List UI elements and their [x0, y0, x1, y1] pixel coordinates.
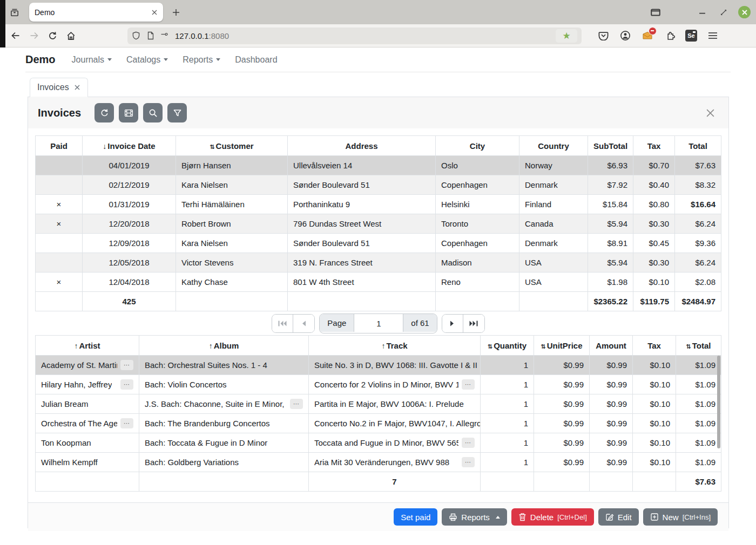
- invoice-row[interactable]: 04/01/2019Bjørn HansenUllevålsveien 14Os…: [36, 156, 721, 175]
- tab-invoices[interactable]: Invoices: [30, 78, 88, 97]
- cell-total: $1.09: [676, 453, 721, 472]
- column-header-country[interactable]: Country: [519, 136, 588, 156]
- ellipsis-badge[interactable]: ⋯: [462, 438, 475, 448]
- panel-close-icon[interactable]: [705, 108, 716, 118]
- cell-country: USA: [519, 272, 588, 292]
- ellipsis-badge[interactable]: ⋯: [462, 457, 475, 467]
- cell-date: 02/12/2019: [83, 175, 176, 195]
- column-header-tax[interactable]: Tax: [633, 136, 675, 156]
- browser-window: Demo: [0, 0, 756, 545]
- page-input[interactable]: [354, 314, 403, 333]
- forward-icon[interactable]: [25, 28, 43, 44]
- ellipsis-badge[interactable]: ⋯: [290, 399, 303, 409]
- window-list-icon[interactable]: [649, 5, 663, 19]
- ellipsis-badge[interactable]: ⋯: [120, 360, 133, 370]
- cell-address: 319 N. Frances Street: [288, 253, 436, 272]
- bookmark-star-icon[interactable]: ★: [556, 29, 577, 43]
- selenium-extension-icon[interactable]: Se: [685, 30, 697, 42]
- reload-icon[interactable]: [43, 28, 62, 44]
- filter-button[interactable]: [167, 103, 187, 122]
- column-header-subtotal[interactable]: SubTotal: [588, 136, 633, 156]
- browser-tab[interactable]: Demo: [29, 3, 163, 22]
- column-header-city[interactable]: City: [436, 136, 519, 156]
- pocket-icon[interactable]: [597, 29, 610, 42]
- set-paid-button[interactable]: Set paid: [394, 508, 437, 526]
- invoice-row[interactable]: ×12/20/2018Robert Brown796 Dundas Street…: [36, 214, 721, 234]
- invoice-line-row[interactable]: Ton KoopmanBach: Toccata & Fugue in D Mi…: [36, 433, 721, 453]
- shield-icon[interactable]: [132, 31, 140, 40]
- minimize-button[interactable]: [695, 5, 709, 19]
- tab-overview-icon[interactable]: [8, 5, 22, 19]
- pager-forward-group: [442, 314, 485, 333]
- url-bar[interactable]: 127.0.0.1:8080 ★: [127, 28, 582, 44]
- invoice-line-row[interactable]: Orchestra of The Age of⋯Bach: The Brande…: [36, 414, 721, 433]
- account-icon[interactable]: [619, 29, 632, 42]
- edit-button[interactable]: Edit: [598, 508, 639, 526]
- ellipsis-badge[interactable]: ⋯: [120, 418, 133, 428]
- film-button[interactable]: [119, 103, 138, 122]
- scrollbar-thumb[interactable]: [717, 356, 720, 448]
- column-header-album[interactable]: ↑Album: [139, 336, 309, 356]
- column-header-paid[interactable]: Paid: [36, 136, 83, 156]
- search-button[interactable]: [143, 103, 163, 122]
- delete-button[interactable]: Delete [Ctrl+Del]: [511, 508, 594, 526]
- browser-tab-close-icon[interactable]: [151, 9, 158, 16]
- reports-button[interactable]: Reports: [442, 508, 507, 526]
- maximize-button[interactable]: [717, 5, 731, 19]
- mail-extension-icon[interactable]: [641, 29, 654, 42]
- page-icon[interactable]: [146, 31, 154, 40]
- home-icon[interactable]: [62, 28, 80, 44]
- column-header-total[interactable]: ⇅Total: [676, 336, 721, 356]
- permissions-icon[interactable]: [160, 32, 169, 39]
- column-header-quantity[interactable]: ⇅Quantity: [481, 336, 534, 356]
- invoice-line-row[interactable]: Academy of St. Martin in⋯Bach: Orchestra…: [36, 356, 721, 375]
- ellipsis-badge[interactable]: ⋯: [120, 379, 133, 390]
- page-count-label: of 61: [403, 314, 436, 332]
- column-header-track[interactable]: ↑Track: [309, 336, 481, 356]
- navbar-brand[interactable]: Demo: [25, 53, 56, 66]
- invoice-line-row[interactable]: Wilhelm KempffBach: Goldberg VariationsA…: [36, 453, 721, 472]
- invoice-row[interactable]: 12/05/2018Victor Stevens319 N. Frances S…: [36, 253, 721, 272]
- nav-item-catalogs[interactable]: Catalogs: [126, 55, 168, 65]
- column-header-total[interactable]: Total: [675, 136, 721, 156]
- column-header-customer[interactable]: ⇅Customer: [176, 136, 288, 156]
- browser-tab-title: Demo: [35, 8, 151, 17]
- column-header-address[interactable]: Address: [288, 136, 436, 156]
- ellipsis-badge[interactable]: ⋯: [462, 379, 475, 390]
- new-button[interactable]: New [Ctrl+Ins]: [643, 508, 718, 526]
- next-page-button[interactable]: [442, 315, 463, 332]
- column-header-tax[interactable]: Tax: [633, 336, 676, 356]
- new-tab-button[interactable]: [172, 8, 180, 17]
- invoice-line-row[interactable]: Hilary Hahn, Jeffrey⋯Bach: Violin Concer…: [36, 375, 721, 394]
- puzzle-icon[interactable]: [663, 29, 676, 42]
- nav-item-reports[interactable]: Reports: [183, 55, 220, 65]
- invoice-row[interactable]: ×12/04/2018Kathy Chase801 W 4th StreetRe…: [36, 272, 721, 292]
- summary-cell: $119.75: [633, 292, 675, 311]
- close-button[interactable]: [738, 6, 751, 18]
- invoice-line-row[interactable]: Julian BreamJ.S. Bach: Chaconne, Suite i…: [36, 394, 721, 414]
- cell-city: Oslo: [436, 156, 519, 175]
- tab-close-icon[interactable]: [74, 84, 80, 91]
- url-text[interactable]: 127.0.0.1:8080: [175, 31, 229, 40]
- cell-artist: Julian Bream: [36, 394, 139, 414]
- sort-icon: ↑: [209, 342, 213, 350]
- first-page-button[interactable]: [272, 315, 293, 332]
- invoice-row[interactable]: ×01/31/2019Terhi HämäläinenPorthaninkatu…: [36, 195, 721, 214]
- last-page-button[interactable]: [463, 315, 484, 332]
- menu-icon[interactable]: [706, 29, 719, 42]
- cell-tax: $0.80: [633, 195, 675, 214]
- summary-cell: [519, 292, 588, 311]
- refresh-button[interactable]: [94, 103, 114, 122]
- sort-icon: ⇅: [686, 343, 691, 350]
- nav-item-journals[interactable]: Journals: [72, 55, 112, 65]
- prev-page-button[interactable]: [293, 315, 314, 332]
- column-header-invoice-date[interactable]: ↓Invoice Date: [83, 136, 176, 156]
- back-icon[interactable]: [6, 28, 25, 44]
- cell-address: Sønder Boulevard 51: [288, 234, 436, 253]
- column-header-unitprice[interactable]: ⇅UnitPrice: [534, 336, 590, 356]
- invoice-row[interactable]: 02/12/2019Kara NielsenSønder Boulevard 5…: [36, 175, 721, 195]
- column-header-amount[interactable]: Amount: [590, 336, 633, 356]
- invoice-row[interactable]: 12/09/2018Kara NielsenSønder Boulevard 5…: [36, 234, 721, 253]
- nav-item-dashboard[interactable]: Dashboard: [235, 55, 277, 65]
- column-header-artist[interactable]: ↑Artist: [36, 336, 139, 356]
